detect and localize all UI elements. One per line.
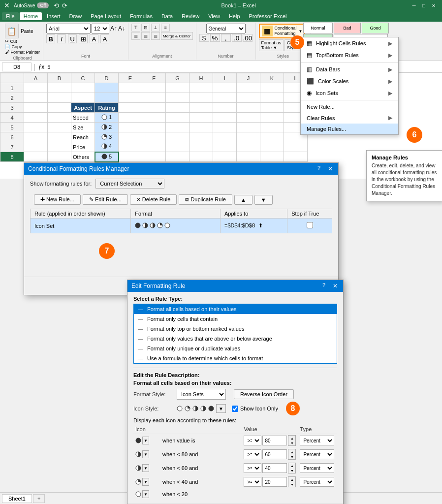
autosave-toggle[interactable]: Off: [37, 2, 49, 8]
cell-ref-input[interactable]: [2, 63, 32, 71]
align-middle-btn[interactable]: ⊟: [141, 24, 150, 32]
edit-rule-btn[interactable]: ✎ Edit Rule...: [83, 194, 128, 205]
type-select-3[interactable]: Percent: [300, 463, 334, 473]
format-painter-btn[interactable]: 🖌 Format Painter: [5, 50, 40, 55]
cell-j1[interactable]: [237, 83, 260, 93]
duplicate-rule-btn[interactable]: ⧉ Duplicate Rule: [179, 194, 232, 205]
col-header-b[interactable]: B: [48, 73, 71, 83]
new-rule-btn[interactable]: ✚ New Rule...: [34, 194, 81, 205]
clear-rules-item[interactable]: Clear Rules ▶: [301, 112, 398, 124]
rating-header-cell[interactable]: Rating: [95, 103, 119, 113]
spin-4[interactable]: ▲ ▼: [288, 476, 296, 487]
color-scales-item[interactable]: ⬛ Color Scales ▶: [301, 75, 398, 87]
top-bottom-item[interactable]: ▤ Top/Bottom Rules ▶: [301, 49, 398, 61]
reverse-icon-order-btn[interactable]: Reverse Icon Order: [234, 389, 294, 399]
wrap-text-btn[interactable]: ≡: [161, 24, 170, 32]
rule-type-above-below[interactable]: — Format only values that are above or b…: [134, 334, 337, 344]
percent-btn[interactable]: %: [210, 34, 220, 42]
spin-down-1[interactable]: ▼: [288, 441, 295, 445]
show-rules-select[interactable]: Current Selection: [95, 179, 164, 189]
move-up-btn[interactable]: ▲: [234, 195, 253, 205]
menu-data[interactable]: Data: [158, 12, 177, 20]
cell-g1[interactable]: [166, 83, 189, 93]
cell-h1[interactable]: [189, 83, 213, 93]
type-select-1[interactable]: Percent: [300, 436, 334, 445]
icon-picker-btn-2[interactable]: ▼: [142, 450, 149, 458]
menu-insert[interactable]: Insert: [43, 12, 64, 20]
close-btn[interactable]: ✕: [429, 1, 438, 9]
col-header-a[interactable]: A: [24, 73, 48, 83]
menu-professor-excel[interactable]: Professor Excel: [245, 12, 291, 20]
spin-up-1[interactable]: ▲: [288, 436, 295, 441]
font-name-select[interactable]: Arial: [46, 24, 91, 33]
merge-center-btn[interactable]: Merge & Center: [161, 32, 192, 40]
menu-draw[interactable]: Draw: [65, 12, 86, 20]
currency-btn[interactable]: $: [199, 34, 209, 42]
spin-up-2[interactable]: ▲: [288, 449, 295, 454]
show-icon-only-checkbox[interactable]: [232, 406, 238, 412]
spin-3[interactable]: ▲ ▼: [288, 463, 296, 473]
add-sheet-btn[interactable]: +: [33, 494, 45, 503]
cell-c1[interactable]: [71, 83, 95, 93]
italic-btn[interactable]: I: [57, 34, 66, 43]
format-style-select[interactable]: Icon Sets: [177, 389, 226, 400]
formula-func-btn[interactable]: ƒx: [38, 63, 45, 70]
rule-type-contain[interactable]: — Format only cells that contain: [134, 314, 337, 324]
cf-help-btn[interactable]: ?: [317, 165, 320, 173]
icon-style-dropdown-btn[interactable]: ▼: [216, 404, 226, 413]
stop-if-true-checkbox[interactable]: [307, 222, 313, 228]
cell-k1[interactable]: [260, 83, 284, 93]
border-btn[interactable]: ⊞: [79, 34, 88, 43]
icon-picker-btn-5[interactable]: ▼: [142, 490, 149, 498]
format-as-table-btn[interactable]: Format asTable ▼: [259, 39, 284, 51]
align-center-btn[interactable]: ≡: [141, 32, 150, 40]
align-left-btn[interactable]: ≡: [131, 32, 140, 40]
col-header-h[interactable]: H: [189, 73, 213, 83]
spin-2[interactable]: ▲ ▼: [288, 449, 296, 460]
delete-rule-btn[interactable]: ✕ Delete Rule: [130, 194, 177, 205]
cell-a1[interactable]: [24, 83, 48, 93]
menu-formulas[interactable]: Formulas: [126, 12, 157, 20]
cf-close-btn[interactable]: ✕: [326, 165, 334, 173]
data-bars-item[interactable]: ▥ Data Bars ▶: [301, 63, 398, 75]
align-bottom-btn[interactable]: ⊥: [151, 24, 160, 32]
rule-type-top-bottom[interactable]: — Format only top or bottom ranked value…: [134, 324, 337, 334]
font-color-btn[interactable]: A: [100, 34, 109, 43]
manage-rules-item[interactable]: Manage Rules...: [301, 124, 398, 134]
cell-e1[interactable]: [119, 83, 142, 93]
paste-btn[interactable]: 📋: [5, 24, 19, 38]
menu-file[interactable]: File: [2, 12, 19, 20]
move-down-btn[interactable]: ▼: [254, 195, 273, 205]
col-header-d[interactable]: D: [95, 73, 119, 83]
new-rule-item[interactable]: New Rule...: [301, 101, 398, 112]
cell-i1[interactable]: [213, 83, 237, 93]
icon-picker-btn-3[interactable]: ▼: [142, 464, 149, 472]
number-format-select[interactable]: General: [206, 24, 246, 33]
maximize-btn[interactable]: □: [419, 1, 428, 9]
col-header-g[interactable]: G: [166, 73, 189, 83]
value-input-4[interactable]: [262, 477, 287, 487]
increase-decimal-btn[interactable]: .0: [232, 34, 242, 42]
spin-down-3[interactable]: ▼: [288, 468, 295, 473]
align-right-btn[interactable]: ≡: [151, 32, 160, 40]
menu-view[interactable]: View: [204, 12, 224, 20]
edit-rule-close-btn[interactable]: ✕: [331, 282, 339, 290]
value-input-1[interactable]: [262, 436, 287, 445]
rule-type-all-values[interactable]: — Format all cells based on their values: [134, 304, 337, 314]
spin-up-4[interactable]: ▲: [288, 477, 295, 482]
type-select-4[interactable]: Percent: [300, 477, 334, 487]
font-increase-btn[interactable]: A↑: [110, 25, 117, 32]
value-input-3[interactable]: [262, 463, 287, 473]
cell-f1[interactable]: [142, 83, 166, 93]
col-header-i[interactable]: I: [213, 73, 237, 83]
col-header-e[interactable]: E: [119, 73, 142, 83]
cut-btn[interactable]: ✂ Cut: [5, 39, 17, 44]
col-header-j[interactable]: J: [237, 73, 260, 83]
paste-label[interactable]: Paste: [21, 29, 33, 34]
rule-stop-cell[interactable]: [287, 219, 332, 233]
edit-rule-help-btn[interactable]: ?: [322, 282, 325, 290]
value-input-2[interactable]: [262, 449, 287, 459]
menu-review[interactable]: Review: [178, 12, 203, 20]
col-header-f[interactable]: F: [142, 73, 166, 83]
align-top-btn[interactable]: ⊤: [131, 24, 140, 32]
